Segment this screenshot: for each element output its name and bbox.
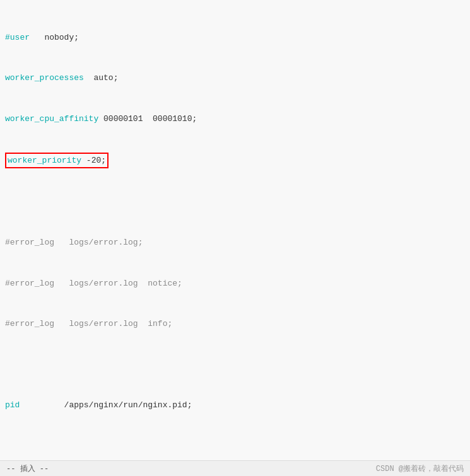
line-3: worker_cpu_affinity 00000101 00001010;	[5, 112, 465, 125]
line-8: #error_log logs/error.log info;	[5, 317, 465, 330]
code-editor: #user nobody; worker_processes auto; wor…	[0, 0, 470, 460]
line-4: worker_priority -20;	[5, 153, 465, 168]
line-10: pid /apps/nginx/run/nginx.pid;	[5, 398, 465, 412]
line-6: #error_log logs/error.log;	[5, 236, 465, 249]
line-1: #user nobody;	[5, 31, 465, 44]
line-9	[5, 357, 465, 371]
line-2: worker_processes auto;	[5, 71, 465, 84]
line-5	[5, 195, 465, 209]
line-7: #error_log logs/error.log notice;	[5, 277, 465, 290]
watermark-text: CSDN @搬着砖，敲着代码	[376, 463, 464, 474]
status-bar: -- 插入 -- CSDN @搬着砖，敲着代码	[0, 460, 470, 476]
editor-mode: -- 插入 --	[6, 463, 49, 474]
line-11	[5, 439, 465, 452]
